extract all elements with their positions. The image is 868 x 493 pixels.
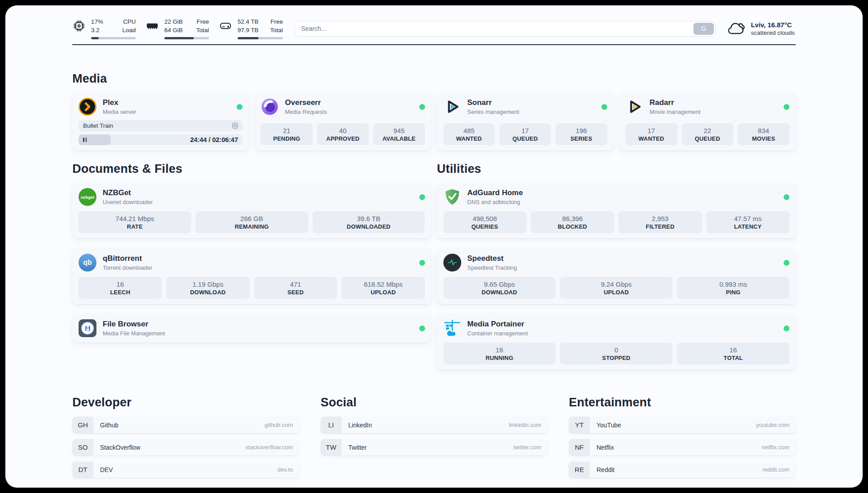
stat-leech: 16 LEECH <box>79 277 162 299</box>
bookmark-name: Reddit <box>597 466 614 473</box>
app-title: AdGuard Home <box>467 188 523 197</box>
weather-cloud-icon <box>727 21 745 36</box>
stat-download: 9.65 Gbps DOWNLOAD <box>443 277 556 299</box>
stat-filtered: 2,953 FILTERED <box>618 211 701 233</box>
bookmark-name: YouTube <box>597 422 621 429</box>
app-card-filebrowser[interactable]: File Browser Media File Management <box>72 314 431 343</box>
app-title: Overseerr <box>285 98 327 107</box>
status-dot <box>601 104 607 110</box>
app-card-qbittorrent[interactable]: qb qBittorrent Torrent downloader 16 LEE… <box>72 248 431 304</box>
bookmarks-grid: Developer GH Github github.com SO StackO… <box>72 396 796 478</box>
section-title-media: Media <box>72 72 796 86</box>
bookmark-abbr: TW <box>321 439 342 455</box>
search-input[interactable] <box>295 21 716 37</box>
memory-values: 22 GiB 64 GiB <box>164 18 183 35</box>
bookmark-url: youtube.com <box>756 422 789 428</box>
bookmark-stackoverflow[interactable]: SO StackOverflow stackoverflow.com <box>72 439 299 455</box>
status-dot <box>784 326 789 331</box>
stat-queued: 17 QUEUED <box>499 123 551 145</box>
app-card-portainer[interactable]: Media Portainer Container management 16 … <box>437 314 796 370</box>
status-dot <box>419 260 425 266</box>
session-view-icon[interactable] <box>231 122 239 130</box>
stat-remaining: 266 GB REMAINING <box>196 211 308 233</box>
stat-download: 1.19 Gbps DOWNLOAD <box>166 277 249 299</box>
disk-icon <box>219 19 232 33</box>
cpu-widget: 17% 3.2 CPU Load <box>72 18 136 39</box>
topbar-divider <box>72 44 796 45</box>
stat-stopped: 0 STOPPED <box>560 343 672 364</box>
bookmark-name: LinkedIn <box>348 422 372 429</box>
memory-icon <box>146 19 159 33</box>
app-card-plex[interactable]: Plex Media server Bullet Train 24:44 / 0… <box>72 92 249 150</box>
stat-series: 196 SERIES <box>555 123 607 145</box>
stat-approved: 40 APPROVED <box>317 123 369 145</box>
app-card-sonarr[interactable]: Sonarr Series management 485 WANTED 17 Q… <box>437 92 613 150</box>
speedtest-icon <box>443 254 461 272</box>
stat-movies: 834 MOVIES <box>738 123 789 145</box>
app-subtitle: DNS and adblocking <box>467 199 523 205</box>
stat-wanted: 17 WANTED <box>626 123 677 145</box>
stat-queries: 498,508 QUERIES <box>443 211 526 233</box>
disk-progress <box>238 37 283 39</box>
app-subtitle: Movie management <box>650 109 701 115</box>
playback-progress: 24:44 / 02:06:47 <box>79 134 242 145</box>
bookmark-name: Twitter <box>348 444 367 451</box>
bookmark-youtube[interactable]: YT YouTube youtube.com <box>569 417 796 433</box>
app-title: qBittorrent <box>103 254 152 263</box>
nzbget-icon: nzbget <box>79 188 96 206</box>
app-subtitle: Media Requests <box>285 109 327 115</box>
app-title: Sonarr <box>467 98 519 107</box>
bookmark-name: StackOverflow <box>100 444 140 451</box>
status-dot <box>419 326 425 331</box>
stat-queued: 22 QUEUED <box>682 123 734 145</box>
app-card-radarr[interactable]: Radarr Movie management 17 WANTED 22 QUE… <box>619 92 796 150</box>
app-title: Speedtest <box>467 254 517 263</box>
status-dot <box>419 194 425 200</box>
cpu-labels: CPU Load <box>122 18 136 35</box>
search-provider-button[interactable]: G <box>693 23 714 35</box>
stat-wanted: 485 WANTED <box>443 123 495 145</box>
bookmark-abbr: LI <box>321 417 342 433</box>
bookmark-abbr: YT <box>569 417 590 433</box>
media-grid: Plex Media server Bullet Train 24:44 / 0… <box>72 92 796 150</box>
bookmark-reddit[interactable]: RE Reddit reddit.com <box>569 461 796 478</box>
bookmark-github[interactable]: GH Github github.com <box>72 417 299 433</box>
app-card-overseerr[interactable]: Overseerr Media Requests 21 PENDING 40 A… <box>255 92 431 150</box>
disk-labels: Free Total <box>270 18 283 35</box>
now-playing-row: Bullet Train <box>79 120 242 131</box>
bookmark-abbr: NF <box>569 439 590 455</box>
memory-labels: Free Total <box>196 18 209 35</box>
section-utilities: Utilities <box>437 162 796 370</box>
status-dot <box>237 104 242 110</box>
app-subtitle: Media server <box>103 109 136 115</box>
bookmark-twitter[interactable]: TW Twitter twitter.com <box>321 439 547 455</box>
bookmark-name: Netflix <box>597 444 614 451</box>
bookmark-name: Github <box>100 422 118 429</box>
app-card-speedtest[interactable]: Speedtest Speedtest Tracking 9.65 Gbps D… <box>437 248 796 304</box>
app-title: File Browser <box>103 320 165 329</box>
cpu-values: 17% 3.2 <box>91 18 103 35</box>
stat-available: 945 AVAILABLE <box>373 123 425 145</box>
stat-blocked: 86,396 BLOCKED <box>531 211 614 233</box>
section-documents: Documents & Files nzbget NZBGet Usenet d… <box>72 162 431 370</box>
qbittorrent-icon: qb <box>79 254 96 272</box>
bookmark-url: twitter.com <box>513 444 541 451</box>
bookmark-linkedin[interactable]: LI LinkedIn linkedin.com <box>321 417 547 433</box>
bookmark-netflix[interactable]: NF Netflix netflix.com <box>569 439 796 455</box>
bookmark-url: netflix.com <box>762 444 789 451</box>
app-title: Media Portainer <box>467 320 528 329</box>
bookmark-name: DEV <box>100 466 113 473</box>
bookmark-url: linkedin.com <box>509 422 541 428</box>
cpu-progress <box>91 37 136 39</box>
section-title-social: Social <box>321 396 547 409</box>
disk-widget: 52.4 TB 97.9 TB Free Total <box>219 18 283 39</box>
bookmark-url: github.com <box>264 422 293 428</box>
app-subtitle: Series management <box>467 109 519 115</box>
app-subtitle: Torrent downloader <box>103 264 152 271</box>
app-card-nzbget[interactable]: nzbget NZBGet Usenet downloader 744.21 M… <box>72 183 431 238</box>
bookmark-dev[interactable]: DT DEV dev.to <box>72 461 299 478</box>
section-title-utilities: Utilities <box>437 162 796 176</box>
app-card-adguard[interactable]: AdGuard Home DNS and adblocking 498,508 … <box>437 183 796 238</box>
stat-upload: 9.24 Gbps UPLOAD <box>560 277 672 299</box>
portainer-icon <box>443 319 461 337</box>
